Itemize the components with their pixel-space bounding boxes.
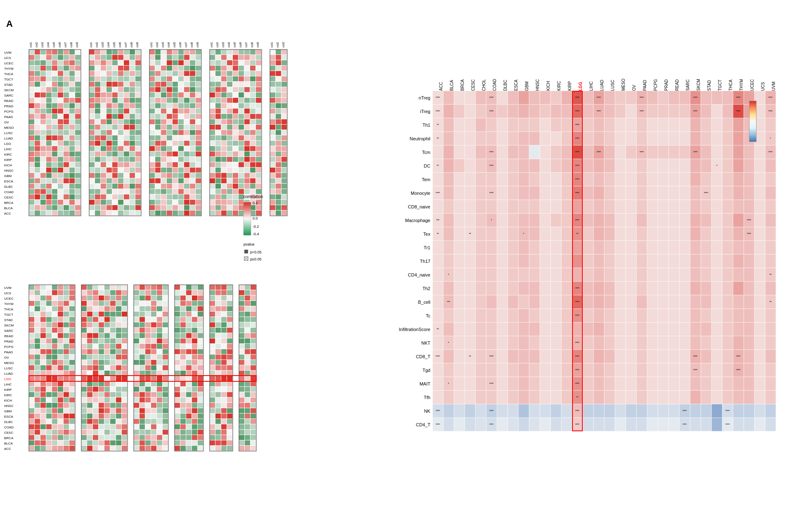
b-cell-tc-kirp <box>561 309 572 322</box>
b-cell-tr1-paad <box>636 241 647 254</box>
b-cell-tem-brca <box>454 173 465 186</box>
b-cell-tex-tgct <box>712 227 722 241</box>
b-cell-nk-ucs <box>754 404 765 418</box>
b-cell-cd8_naive-ucec <box>744 200 754 213</box>
b-cell-infiltrationscore-dlbc <box>497 322 508 336</box>
b-cell-th2-chol <box>475 281 486 295</box>
b-cell-tcm-kirc <box>551 145 561 159</box>
b-cell-tfh-uvm <box>765 390 776 404</box>
b-cell-th2-lgg: **** <box>572 281 583 295</box>
b-cell-ntreg-lihc <box>583 91 593 104</box>
b-cell-mait-kirc <box>551 377 561 390</box>
b-cell-ntreg-lgg: **** <box>572 91 583 104</box>
b-cell-th2-kirp <box>561 281 572 295</box>
b-col-label-lusc: LUSC <box>604 29 615 91</box>
b-cell-macrophage-lgg: **** <box>572 213 583 227</box>
b-cell-ntreg-thca <box>722 91 733 104</box>
b-cell-cd4_t-uvm <box>765 418 776 431</box>
b-cell-itreg-sarc <box>679 104 690 118</box>
b-col-label-read: READ <box>669 29 679 91</box>
b-cell-tfh-ucs <box>754 390 765 404</box>
b-cell-th1-skcm <box>690 118 701 132</box>
b-cell-cd4_naive-acc <box>433 268 443 281</box>
b-cell-nkt-lgg: **** <box>572 336 583 350</box>
b-cell-th2-ucec <box>744 281 754 295</box>
b-cell-itreg-coad: **** <box>486 104 497 118</box>
b-cell-th1-kich <box>540 118 551 132</box>
b-cell-tem-kirc <box>551 173 561 186</box>
b-cell-macrophage-stad <box>701 213 712 227</box>
b-cell-cd8_t-coad: **** <box>486 350 497 363</box>
b-cell-cd8_t-lihc <box>583 350 593 363</box>
b-cell-monocyte-cesc <box>465 186 475 200</box>
b-cell-neutrophil-lihc <box>583 132 593 145</box>
b-cell-tcm-lihc <box>583 145 593 159</box>
b-cell-b_cell-read <box>669 295 679 309</box>
b-cell-tex-kich <box>540 227 551 241</box>
b-cell-tc-stad <box>701 309 712 322</box>
b-cell-macrophage-hnsc <box>529 213 540 227</box>
b-cell-b_cell-acc <box>433 295 443 309</box>
b-cell-tem-kich <box>540 173 551 186</box>
b-cell-neutrophil-skcm <box>690 132 701 145</box>
b-cell-dc-brca <box>454 159 465 173</box>
b-cell-tc-prad <box>658 309 669 322</box>
b-row-label-cd4_t: CD4_T <box>383 418 433 431</box>
b-cell-itreg-lgg: **** <box>572 104 583 118</box>
b-cell-tc-dlbc <box>497 309 508 322</box>
b-cell-tfh-esca <box>508 390 518 404</box>
b-cell-dc-skcm <box>690 159 701 173</box>
b-col-label-brca: BRCA <box>454 29 465 91</box>
b-cell-cd8_t-acc: **** <box>433 350 443 363</box>
b-col-label-lihc: LIHC <box>583 29 593 91</box>
b-cell-cd8_naive-gbm <box>518 200 529 213</box>
b-col-label-prad: PRAD <box>658 29 669 91</box>
b-cell-th17-paad <box>636 254 647 268</box>
b-cell-macrophage-ov <box>626 213 636 227</box>
b-cell-tex-kirc <box>551 227 561 241</box>
b-cell-tcm-meso <box>615 145 626 159</box>
b-cell-cd4_naive-coad <box>486 268 497 281</box>
b-cell-tcm-blca <box>443 145 454 159</box>
b-cell-mait-hnsc <box>529 377 540 390</box>
b-cell-infiltrationscore-lihc <box>583 322 593 336</box>
b-cell-macrophage-kirp <box>561 213 572 227</box>
b-cell-dc-pcpg <box>647 159 658 173</box>
b-cell-cd8_t-kich <box>540 350 551 363</box>
b-row-label-cd4_naive: CD4_naive <box>383 268 433 281</box>
b-cell-th2-lihc <box>583 281 593 295</box>
b-cell-th17-luad <box>593 254 604 268</box>
b-cell-cd4_naive-kich <box>540 268 551 281</box>
b-cell-monocyte-coad: **** <box>486 186 497 200</box>
b-cell-nk-chol <box>475 404 486 418</box>
b-cell-cd8_t-prad <box>658 350 669 363</box>
b-cell-th1-pcpg <box>647 118 658 132</box>
b-cell-nk-sarc: **** <box>679 404 690 418</box>
b-cell-cd8_t-gbm <box>518 350 529 363</box>
b-cell-cd8_t-uvm <box>765 350 776 363</box>
b-cell-th17-blca <box>443 254 454 268</box>
b-cell-th1-ov <box>626 118 636 132</box>
b-cell-neutrophil-thym <box>733 132 744 145</box>
b-cell-infiltrationscore-paad <box>636 322 647 336</box>
b-cell-b_cell-blca: *** <box>443 295 454 309</box>
b-cell-tem-luad <box>593 173 604 186</box>
b-cell-cd4_t-chol <box>475 418 486 431</box>
b-cell-tgd-meso <box>615 363 626 377</box>
b-cell-monocyte-blca <box>443 186 454 200</box>
b-cell-itreg-kich <box>540 104 551 118</box>
b-cell-tr1-lgg <box>572 241 583 254</box>
b-cell-itreg-prad <box>658 104 669 118</box>
b-cell-tc-brca <box>454 309 465 322</box>
b-cell-th17-lihc <box>583 254 593 268</box>
b-cell-monocyte-ucec <box>744 186 754 200</box>
b-cell-cd4_t-read <box>669 418 679 431</box>
b-cell-tgd-kirc <box>551 363 561 377</box>
b-cell-tr1-coad <box>486 241 497 254</box>
b-cell-tem-blca <box>443 173 454 186</box>
b-cell-itreg-read <box>669 104 679 118</box>
b-cell-tr1-uvm <box>765 241 776 254</box>
b-cell-mait-ucs <box>754 377 765 390</box>
b-cell-nkt-paad <box>636 336 647 350</box>
b-cell-tgd-kirp <box>561 363 572 377</box>
